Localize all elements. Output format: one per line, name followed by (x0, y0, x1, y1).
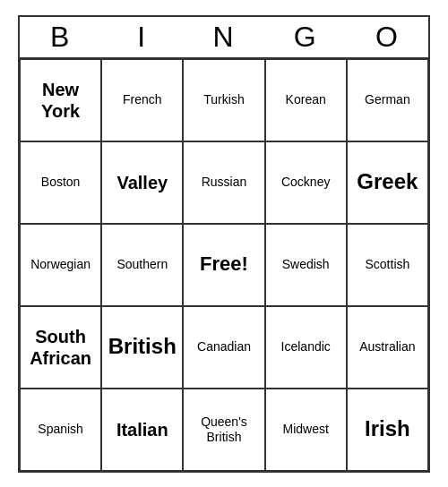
cell-17: Canadian (183, 306, 264, 389)
cell-2: Turkish (183, 59, 264, 141)
cell-24: Irish (347, 389, 428, 471)
cell-21: Italian (101, 389, 183, 471)
cell-18: Icelandic (265, 306, 347, 389)
cell-15: South African (20, 306, 101, 389)
bingo-card: BINGO New YorkFrenchTurkishKoreanGermanB… (18, 15, 430, 473)
cell-4: German (347, 59, 428, 141)
cell-9: Greek (347, 141, 428, 224)
header-letter-o: O (347, 17, 428, 57)
cell-13: Swedish (265, 224, 347, 306)
cell-23: Midwest (265, 389, 347, 471)
bingo-header: BINGO (20, 17, 428, 59)
cell-14: Scottish (347, 224, 428, 306)
cell-11: Southern (101, 224, 183, 306)
cell-8: Cockney (265, 141, 347, 224)
cell-10: Norwegian (20, 224, 101, 306)
cell-16: British (101, 306, 183, 389)
cell-0: New York (20, 59, 101, 141)
cell-20: Spanish (20, 389, 101, 471)
cell-3: Korean (265, 59, 347, 141)
header-letter-b: B (20, 17, 101, 57)
cell-19: Australian (347, 306, 428, 389)
cell-6: Valley (101, 141, 183, 224)
header-letter-n: N (183, 17, 264, 57)
header-letter-g: G (265, 17, 347, 57)
cell-1: French (101, 59, 183, 141)
bingo-grid: New YorkFrenchTurkishKoreanGermanBostonV… (20, 59, 428, 471)
cell-7: Russian (183, 141, 264, 224)
header-letter-i: I (101, 17, 183, 57)
cell-12: Free! (183, 224, 264, 306)
cell-5: Boston (20, 141, 101, 224)
cell-22: Queen's British (183, 389, 264, 471)
